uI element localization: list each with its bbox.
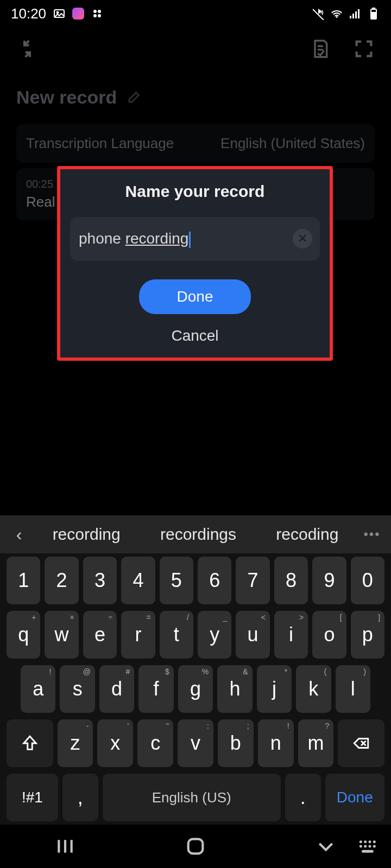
svg-point-18 <box>364 840 367 843</box>
key-w[interactable]: ×w <box>45 611 78 659</box>
key-t[interactable]: /t <box>160 611 193 659</box>
svg-rect-12 <box>371 12 376 18</box>
key-7[interactable]: 7 <box>236 557 269 604</box>
svg-point-22 <box>364 845 367 848</box>
key-u[interactable]: <u <box>236 611 269 659</box>
svg-point-2 <box>93 10 97 13</box>
cancel-button[interactable]: Cancel <box>171 327 218 344</box>
svg-point-17 <box>360 840 362 843</box>
record-name-input-wrap[interactable]: phone recording ✕ <box>70 217 320 261</box>
done-button[interactable]: Done <box>139 279 251 314</box>
key-shift[interactable] <box>7 719 53 767</box>
key-row-qwerty: +q ×w ÷e =r /t _y <u >i [o ]p <box>0 608 391 662</box>
key-comma[interactable]: , <box>62 774 98 821</box>
key-i[interactable]: >i <box>274 611 308 659</box>
key-x[interactable]: 'x <box>97 719 133 767</box>
recents-icon[interactable] <box>54 835 76 857</box>
key-0[interactable]: 0 <box>351 557 384 604</box>
home-icon[interactable] <box>185 835 206 857</box>
svg-point-20 <box>373 840 376 843</box>
key-o[interactable]: [o <box>312 611 346 659</box>
key-m[interactable]: ?m <box>298 719 334 767</box>
svg-rect-9 <box>358 9 360 18</box>
key-l[interactable]: )l <box>336 665 370 713</box>
keyboard-toggle-icon[interactable] <box>356 835 378 857</box>
key-6[interactable]: 6 <box>198 557 231 604</box>
key-s[interactable]: @s <box>60 665 94 713</box>
key-period[interactable]: . <box>285 774 321 821</box>
system-nav-bar <box>0 825 391 868</box>
svg-point-4 <box>93 14 97 17</box>
svg-point-5 <box>98 14 101 17</box>
status-bar: 10:20 <box>0 0 391 27</box>
svg-point-24 <box>373 845 376 848</box>
key-1[interactable]: 1 <box>7 557 40 604</box>
battery-icon <box>367 7 380 20</box>
name-record-modal: Name your record phone recording ✕ Done … <box>57 166 333 361</box>
notes-app-icon <box>72 8 84 20</box>
modal-title: Name your record <box>70 182 320 201</box>
key-row-numbers: 1 2 3 4 5 6 7 8 9 0 <box>0 553 391 608</box>
key-k[interactable]: (k <box>296 665 331 713</box>
svg-rect-8 <box>355 11 357 18</box>
text-cursor <box>189 232 191 248</box>
suggestion-3[interactable]: recoding <box>276 525 338 544</box>
svg-point-3 <box>98 10 101 13</box>
suggestion-1[interactable]: recording <box>53 525 121 544</box>
back-icon[interactable] <box>315 835 337 857</box>
suggestion-back-icon[interactable]: ‹ <box>5 525 33 545</box>
key-j[interactable]: *j <box>257 665 292 713</box>
key-v[interactable]: :v <box>178 719 213 767</box>
key-3[interactable]: 3 <box>83 557 117 604</box>
title-row: New record <box>0 71 391 119</box>
key-z[interactable]: -z <box>58 719 93 767</box>
key-space[interactable]: English (US) <box>103 774 281 821</box>
collapse-icon[interactable] <box>16 38 38 60</box>
svg-rect-16 <box>188 839 203 854</box>
clear-input-icon[interactable]: ✕ <box>293 229 312 248</box>
key-c[interactable]: "c <box>137 719 173 767</box>
key-q[interactable]: +q <box>7 611 40 659</box>
transcript-icon[interactable] <box>310 38 331 60</box>
key-y[interactable]: _y <box>198 611 231 659</box>
wifi-icon <box>330 7 343 20</box>
key-p[interactable]: ]p <box>351 611 384 659</box>
transcription-value: English (United States) <box>220 135 365 152</box>
key-f[interactable]: $f <box>138 665 173 713</box>
transcription-label: Transcription Language <box>26 135 174 152</box>
suggestion-bar: ‹ recording recordings recoding ••• <box>0 515 391 553</box>
key-a[interactable]: !a <box>21 665 55 713</box>
svg-point-19 <box>369 840 371 843</box>
app-toolbar <box>0 27 391 71</box>
record-name-input: phone recording <box>79 230 293 248</box>
fullscreen-icon[interactable] <box>353 38 375 60</box>
key-d[interactable]: #d <box>99 665 134 713</box>
transcription-language-row[interactable]: Transcription Language English (United S… <box>16 124 375 163</box>
key-backspace[interactable] <box>338 719 384 767</box>
key-h[interactable]: &h <box>217 665 252 713</box>
key-4[interactable]: 4 <box>121 557 155 604</box>
key-e[interactable]: ÷e <box>83 611 117 659</box>
suggestion-more-icon[interactable]: ••• <box>358 527 386 542</box>
key-n[interactable]: !n <box>258 719 294 767</box>
on-screen-keyboard: ‹ recording recordings recoding ••• 1 2 … <box>0 515 391 825</box>
suggestion-2[interactable]: recordings <box>160 525 236 544</box>
svg-point-1 <box>57 12 59 14</box>
key-row-bottom: !#1 , English (US) . Done <box>0 770 391 825</box>
key-symbols[interactable]: !#1 <box>7 774 58 821</box>
gallery-icon <box>53 7 66 20</box>
svg-rect-6 <box>350 16 351 18</box>
key-row-asdf: !a @s #d $f %g &h *j (k )l <box>0 662 391 716</box>
svg-point-21 <box>360 845 362 848</box>
key-8[interactable]: 8 <box>274 557 308 604</box>
key-done[interactable]: Done <box>325 774 384 821</box>
key-9[interactable]: 9 <box>312 557 346 604</box>
key-g[interactable]: %g <box>178 665 213 713</box>
key-2[interactable]: 2 <box>45 557 78 604</box>
vibrate-icon <box>312 7 325 20</box>
status-time: 10:20 <box>11 5 46 22</box>
key-r[interactable]: =r <box>121 611 155 659</box>
key-b[interactable]: ;b <box>218 719 254 767</box>
edit-title-icon[interactable] <box>127 88 143 107</box>
key-5[interactable]: 5 <box>160 557 193 604</box>
